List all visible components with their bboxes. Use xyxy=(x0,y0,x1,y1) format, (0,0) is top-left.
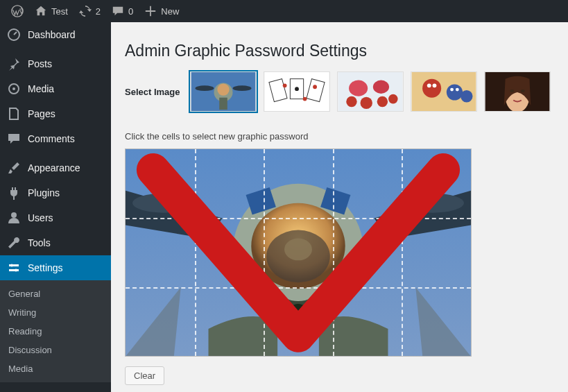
sidebar-item-media[interactable]: Media xyxy=(0,76,111,101)
grid-overlay xyxy=(126,149,471,356)
admin-bar: Test 2 0 New xyxy=(0,0,568,22)
svg-point-7 xyxy=(10,264,13,267)
site-home-button[interactable]: Test xyxy=(29,0,74,22)
svg-point-8 xyxy=(15,269,17,272)
submenu-reading[interactable]: Reading xyxy=(0,322,111,341)
home-icon xyxy=(35,5,47,17)
sidebar-item-settings[interactable]: Settings xyxy=(0,255,111,280)
wordpress-icon xyxy=(11,5,24,17)
main-password-image[interactable] xyxy=(125,148,472,357)
sidebar-item-label: Media xyxy=(28,83,54,94)
svg-point-4 xyxy=(11,212,17,218)
sidebar-item-posts[interactable]: Posts xyxy=(0,51,111,76)
settings-icon xyxy=(7,261,21,275)
content-area: Admin Graphic Password Settings Select I… xyxy=(111,22,568,392)
brush-icon xyxy=(7,161,21,175)
svg-point-10 xyxy=(195,85,214,91)
sidebar-item-label: Users xyxy=(28,212,53,223)
thumb-cards[interactable] xyxy=(264,71,330,112)
svg-point-34 xyxy=(446,84,462,100)
submenu-writing[interactable]: Writing xyxy=(0,303,111,322)
clear-button[interactable]: Clear xyxy=(125,366,164,385)
sidebar-item-label: Posts xyxy=(28,58,52,69)
sidebar-item-label: Plugins xyxy=(28,187,60,198)
svg-point-22 xyxy=(313,85,317,89)
sidebar-item-label: Comments xyxy=(28,133,75,144)
instruction-text: Click the cells to select new graphic pa… xyxy=(125,131,554,142)
new-label: New xyxy=(161,6,179,17)
admin-sidebar: Dashboard Posts Media Pages Comments App… xyxy=(0,22,111,392)
svg-rect-14 xyxy=(219,98,227,110)
thumb-characters[interactable] xyxy=(411,71,477,112)
refresh-icon xyxy=(79,5,92,17)
sidebar-item-tools[interactable]: Tools xyxy=(0,230,111,255)
thumbnail-row: Select Image xyxy=(125,71,554,112)
svg-point-33 xyxy=(432,83,436,87)
svg-point-13 xyxy=(217,83,229,95)
svg-point-26 xyxy=(346,96,356,107)
svg-point-19 xyxy=(282,83,286,87)
svg-point-29 xyxy=(388,94,398,104)
sidebar-item-pages[interactable]: Pages xyxy=(0,101,111,126)
comments-button[interactable]: 0 xyxy=(106,0,139,22)
page-icon xyxy=(7,107,21,121)
comments-count: 0 xyxy=(128,6,133,17)
plugin-icon xyxy=(7,186,21,200)
settings-submenu: General Writing Reading Discussion Media xyxy=(0,280,111,382)
sidebar-item-appearance[interactable]: Appearance xyxy=(0,155,111,180)
svg-point-25 xyxy=(372,80,388,94)
svg-point-27 xyxy=(360,97,372,109)
user-icon xyxy=(7,211,21,225)
page-title: Admin Graphic Password Settings xyxy=(125,42,554,60)
submenu-media[interactable]: Media xyxy=(0,359,111,378)
svg-point-20 xyxy=(295,87,299,91)
comments-icon xyxy=(7,132,21,146)
submenu-discussion[interactable]: Discussion xyxy=(0,341,111,359)
thumb-strawberries[interactable] xyxy=(337,71,404,112)
svg-point-11 xyxy=(232,85,251,91)
svg-point-37 xyxy=(461,90,472,102)
sidebar-item-label: Tools xyxy=(28,237,51,248)
updates-button[interactable]: 2 xyxy=(74,0,106,22)
comment-icon xyxy=(112,5,124,17)
svg-point-24 xyxy=(349,80,368,96)
sidebar-item-label: Pages xyxy=(28,108,55,119)
svg-point-21 xyxy=(302,97,307,101)
svg-point-28 xyxy=(377,96,387,107)
sidebar-item-label: Settings xyxy=(28,262,63,273)
svg-point-3 xyxy=(12,87,15,90)
select-image-label: Select Image xyxy=(125,87,183,97)
thumb-pilot[interactable] xyxy=(190,71,257,112)
wrench-icon xyxy=(7,236,21,250)
submenu-general[interactable]: General xyxy=(0,284,111,303)
svg-point-35 xyxy=(450,88,454,92)
svg-point-32 xyxy=(427,83,431,87)
sidebar-item-users[interactable]: Users xyxy=(0,205,111,230)
updates-count: 2 xyxy=(96,6,101,17)
thumb-woman[interactable] xyxy=(484,71,551,112)
new-button[interactable]: New xyxy=(139,0,184,22)
wp-logo-button[interactable] xyxy=(6,0,29,22)
svg-point-41 xyxy=(520,90,524,92)
site-name: Test xyxy=(51,6,68,17)
plus-icon xyxy=(144,5,157,17)
svg-point-36 xyxy=(455,88,458,92)
svg-point-31 xyxy=(422,79,441,98)
svg-point-40 xyxy=(510,90,514,92)
sidebar-item-plugins[interactable]: Plugins xyxy=(0,180,111,205)
sidebar-item-comments[interactable]: Comments xyxy=(0,126,111,151)
sidebar-item-dashboard[interactable]: Dashboard xyxy=(0,22,111,47)
sidebar-item-label: Dashboard xyxy=(28,29,76,40)
media-icon xyxy=(7,82,21,96)
sidebar-item-label: Appearance xyxy=(28,162,80,173)
dashboard-icon xyxy=(7,28,21,42)
pin-icon xyxy=(7,57,21,71)
